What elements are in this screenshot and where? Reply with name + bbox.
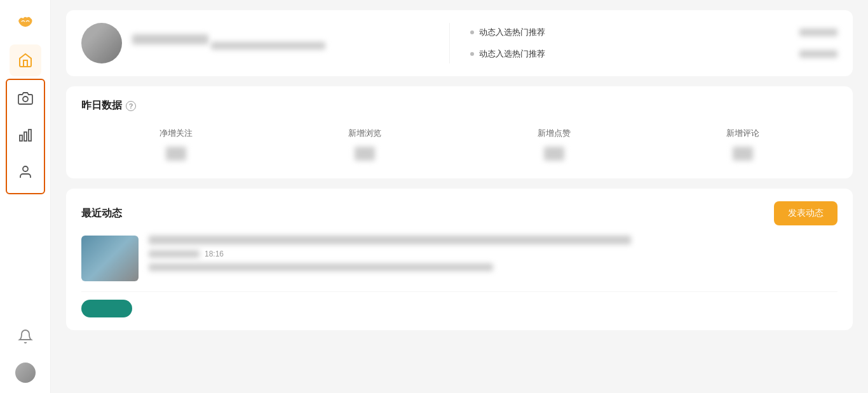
logo[interactable] [10,6,41,38]
stat-label-comment: 新增评论 [726,128,759,139]
post-action-button-hint[interactable] [81,300,132,317]
stat-value-like [544,147,564,161]
sidebar-item-camera[interactable] [10,83,41,114]
notification-item-2: 动态入选热门推荐 [470,48,837,60]
notification-text-1: 动态入选热门推荐 [479,27,794,38]
stat-item-follow: 净增关注 [81,128,271,161]
dot-icon-2 [470,52,474,56]
profile-right: 动态入选热门推荐 动态入选热门推荐 [450,23,837,63]
stats-title-text: 昨日数据 [81,99,122,112]
post-content: 18:16 [149,236,837,271]
stat-label-follow: 净增关注 [159,128,193,139]
publish-post-button[interactable]: 发表动态 [774,201,837,225]
posts-title: 最近动态 [81,207,122,220]
notification-value-1 [799,29,837,36]
stat-value-follow [166,147,186,161]
stat-label-browse: 新增浏览 [348,128,381,139]
profile-name [132,34,208,44]
profile-left [81,23,450,63]
stat-item-browse: 新增浏览 [271,128,460,161]
meitu-logo-icon [18,15,33,30]
svg-rect-3 [29,130,31,141]
stat-item-comment: 新增评论 [649,128,838,161]
posts-header: 最近动态 发表动态 [81,201,837,225]
stat-item-like: 新增点赞 [459,128,649,161]
stat-value-comment [733,147,753,161]
post-item-2-hint [81,300,837,317]
profile-info [132,34,434,52]
svg-rect-2 [24,132,27,141]
dot-icon [470,30,474,34]
sidebar-bordered-group [6,79,45,194]
user-icon [18,164,33,180]
post-desc-bar [149,263,493,271]
stats-title: 昨日数据 ? [81,99,837,112]
main-content: 动态入选热门推荐 动态入选热门推荐 昨日数据 ? 净增关注 新增浏览 [51,0,868,393]
stats-card: 昨日数据 ? 净增关注 新增浏览 新增点赞 新增评论 [66,86,853,178]
post-item-1: 18:16 [81,236,837,292]
notification-item-1: 动态入选热门推荐 [470,27,837,38]
sidebar-item-user[interactable] [10,156,41,188]
stat-value-browse [355,147,375,161]
post-meta-author [149,250,200,258]
post-meta-row: 18:16 [149,250,837,258]
bell-icon [18,329,33,344]
notification-value-2 [799,50,837,58]
posts-card: 最近动态 发表动态 18:16 [66,189,853,330]
profile-sub [211,42,325,50]
sidebar-item-chart[interactable] [10,119,41,151]
chart-icon [18,128,33,143]
profile-card: 动态入选热门推荐 动态入选热门推荐 [66,10,853,76]
sidebar-bottom [10,321,41,393]
camera-icon [18,91,33,106]
post-time: 18:16 [205,250,224,258]
stats-grid: 净增关注 新增浏览 新增点赞 新增评论 [81,128,837,161]
svg-rect-1 [20,135,22,141]
help-icon[interactable]: ? [126,101,136,111]
avatar [81,23,122,63]
stat-label-like: 新增点赞 [538,128,571,139]
sidebar-item-notification[interactable] [10,321,41,352]
sidebar-item-avatar[interactable] [15,363,36,383]
post-thumbnail [81,236,139,281]
svg-point-4 [23,166,28,171]
post-title-bar [149,236,631,244]
notification-text-2: 动态入选热门推荐 [479,48,794,60]
sidebar [0,0,51,393]
svg-point-0 [23,97,28,102]
sidebar-item-home[interactable] [10,44,41,76]
home-icon [18,53,33,68]
